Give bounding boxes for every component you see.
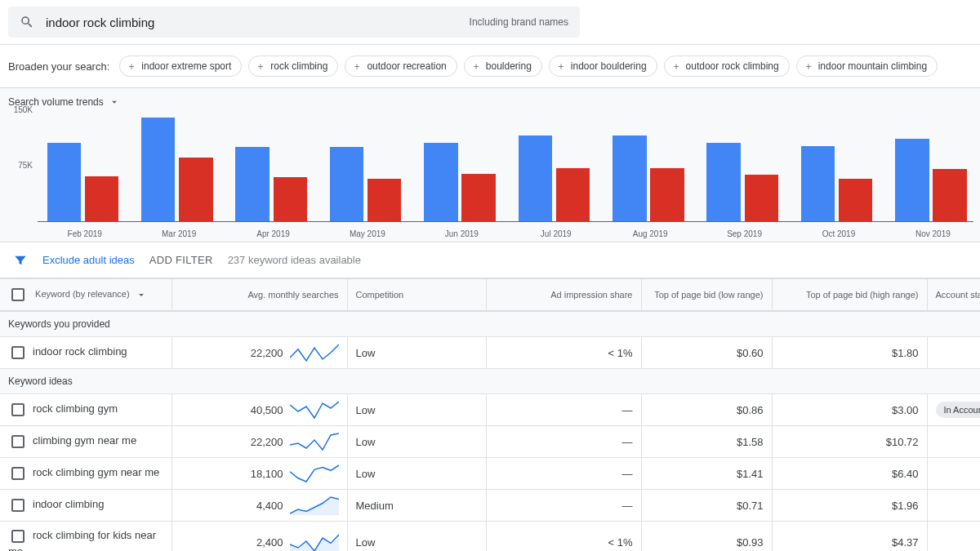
row-checkbox[interactable] [11,467,24,480]
select-all-checkbox[interactable] [11,288,24,301]
broaden-label: Broaden your search: [8,60,109,73]
x-tick-label: Jun 2019 [415,229,509,238]
competition-value: Low [347,458,486,490]
chart-section: Search volume trends 150K75K Feb 2019Mar… [0,88,980,242]
bid-low-value: $1.41 [641,458,772,490]
broaden-chip[interactable]: ＋indoor bouldering [549,56,657,77]
filter-icon[interactable] [13,253,28,268]
bar-group [509,114,603,222]
impression-share-value: — [486,394,641,426]
sparkline [290,464,339,483]
bar-total[interactable] [47,143,82,222]
bar-total[interactable] [141,118,176,222]
section-header: Keyword ideas [0,369,980,394]
row-checkbox[interactable] [11,530,24,543]
searchbox[interactable]: Including brand names [8,7,580,38]
chip-label: outdoor recreation [367,60,446,72]
avg-searches-value: 40,500 [234,404,283,416]
bar-mobile[interactable] [650,168,684,222]
impression-share-value: — [486,490,641,522]
bar-group [38,114,131,222]
x-tick-label: Feb 2019 [38,229,131,238]
account-status-cell [927,458,980,490]
table-row: rock climbing gym40,500Low—$0.86$3.00In … [0,394,980,426]
bar-mobile[interactable] [461,174,496,222]
keyword-text: rock climbing gym near me [33,466,159,478]
chip-label: outdoor rock climbing [686,60,779,72]
exclude-adult-ideas-link[interactable]: Exclude adult ideas [42,254,135,266]
col-impression-share[interactable]: Ad impression share [486,279,641,312]
bar-mobile[interactable] [933,169,967,222]
col-bid-low[interactable]: Top of page bid (low range) [641,279,772,312]
bar-mobile[interactable] [274,177,308,222]
bar-total[interactable] [801,146,835,222]
plus-icon: ＋ [804,60,813,73]
x-tick-label: Oct 2019 [791,229,885,238]
bar-mobile[interactable] [556,168,590,222]
x-tick-label: Nov 2019 [886,229,980,238]
avg-searches-value: 22,200 [234,347,283,359]
account-status-pill[interactable]: In Account [936,402,981,418]
account-status-cell [927,490,980,522]
avg-searches-value: 2,400 [234,536,283,549]
bar-mobile[interactable] [745,175,779,222]
broaden-chip[interactable]: ＋indoor extreme sport [119,56,242,77]
keyword-text: rock climbing gym [33,402,118,415]
add-filter-button[interactable]: ADD FILTER [149,254,213,266]
bid-high-value: $1.96 [772,490,927,522]
bar-total[interactable] [519,136,553,222]
bar-mobile[interactable] [179,158,213,222]
broaden-chip[interactable]: ＋indoor mountain climbing [796,56,938,77]
caret-down-icon [109,96,120,108]
avg-searches-value: 22,200 [234,436,283,448]
bar-total[interactable] [424,143,458,222]
col-keyword[interactable]: Keyword (by relevance) [0,279,172,312]
bar-mobile[interactable] [368,179,402,222]
impression-share-value: < 1% [486,522,641,552]
bid-high-value: $1.80 [772,337,927,369]
bid-low-value: $0.93 [641,522,772,552]
search-hint: Including brand names [470,16,568,28]
bar-total[interactable] [612,136,647,222]
chip-label: indoor mountain climbing [818,60,927,72]
chip-label: indoor bouldering [571,60,647,72]
broaden-chip[interactable]: ＋outdoor rock climbing [664,56,790,77]
bar-mobile[interactable] [839,179,873,222]
bid-high-value: $10.72 [772,426,927,458]
bar-group [791,114,885,222]
col-keyword-label: Keyword (by relevance) [35,289,130,299]
bar-total[interactable] [235,147,270,222]
search-input[interactable] [44,15,461,30]
bar-mobile[interactable] [85,176,119,222]
plus-icon: ＋ [471,60,481,73]
col-account-status[interactable]: Account status [927,279,980,312]
broaden-chip[interactable]: ＋rock climbing [248,56,338,77]
table-row: indoor climbing4,400Medium—$0.71$1.96 [0,490,980,522]
x-tick-label: Jul 2019 [509,229,603,238]
y-tick-label: 75K [18,161,33,170]
bar-total[interactable] [330,147,364,222]
keyword-text: rock climbing for kids near me [8,529,156,551]
col-avg-searches[interactable]: Avg. monthly searches [172,279,347,312]
sparkline [290,432,339,451]
filter-row: Exclude adult ideas ADD FILTER 237 keywo… [0,242,980,278]
row-checkbox[interactable] [11,403,24,416]
bar-total[interactable] [895,139,929,222]
col-competition[interactable]: Competition [347,279,486,312]
broaden-chip[interactable]: ＋bouldering [464,56,542,77]
chart-title-dropdown[interactable]: Search volume trends [0,88,980,111]
col-bid-high[interactable]: Top of page bid (high range) [772,279,927,312]
sparkline [290,495,339,515]
row-checkbox[interactable] [11,499,24,512]
table-row: rock climbing for kids near me2,400Low< … [0,522,980,552]
broaden-chip[interactable]: ＋outdoor recreation [345,56,457,77]
sparkline [290,533,339,552]
account-status-cell: In Account [927,394,980,426]
row-checkbox[interactable] [11,346,24,359]
bar-group [131,114,225,222]
section-header: Keywords you provided [0,311,980,337]
row-checkbox[interactable] [11,435,24,448]
avg-searches-value: 18,100 [234,468,283,480]
bar-total[interactable] [706,143,741,222]
chip-label: rock climbing [270,60,327,72]
